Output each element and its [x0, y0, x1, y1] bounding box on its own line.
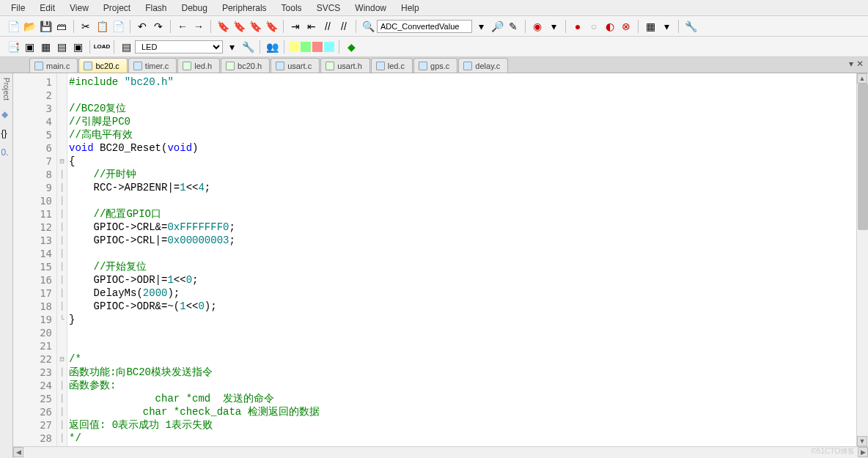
menu-window[interactable]: Window	[347, 1, 394, 15]
breakpoint-kill-icon[interactable]: ◐	[603, 19, 617, 34]
tab-bc20-h[interactable]: bc20.h	[221, 58, 270, 73]
tab-main-c[interactable]: main.c	[29, 58, 78, 73]
target-options-icon[interactable]: ▤	[119, 40, 133, 54]
file-icon	[419, 62, 427, 70]
tab-gps-c[interactable]: gps.c	[413, 58, 457, 73]
code-content[interactable]: #include "bc20.h" //BC20复位 //引脚是PC0 //高电…	[67, 73, 856, 446]
outdent-icon[interactable]: ⇤	[304, 19, 319, 34]
manage-icon[interactable]: 👥	[265, 40, 279, 54]
menu-tools[interactable]: Tools	[274, 1, 309, 15]
comment-icon[interactable]: //	[320, 19, 335, 34]
tab-menu-icon[interactable]: ▾	[849, 59, 853, 69]
stop-build-icon[interactable]: ▣	[70, 40, 85, 54]
menu-help[interactable]: Help	[394, 1, 427, 15]
main-toolbar: 📄 📂 💾 🗃 ✂ 📋 📄 ↶ ↷ ← → 🔖 🔖 🔖 🔖 ⇥ ⇤ // // …	[0, 16, 868, 37]
window-dropdown-icon[interactable]: ▾	[659, 19, 674, 34]
sb-icon-3[interactable]: 0.	[1, 147, 12, 158]
color-block-yellow[interactable]	[289, 42, 299, 52]
download-icon[interactable]: LOAD	[95, 40, 109, 54]
forward-icon[interactable]: →	[191, 19, 206, 34]
translate-icon[interactable]: 📑	[6, 40, 21, 54]
rebuild-icon[interactable]: ▦	[38, 40, 53, 54]
color-block-cyan[interactable]	[324, 42, 334, 52]
tab-delay-c[interactable]: delay.c	[458, 58, 508, 73]
search-dropdown-icon[interactable]: ▾	[474, 19, 488, 34]
undo-icon[interactable]: ↶	[135, 19, 150, 34]
tab-label: gps.c	[430, 62, 449, 70]
bookmark-next-icon[interactable]: 🔖	[248, 19, 262, 34]
sb-icon-1[interactable]: ◆	[1, 109, 12, 119]
options-icon[interactable]: 🔧	[240, 40, 255, 54]
bookmark-prev-icon[interactable]: 🔖	[232, 19, 246, 34]
back-icon[interactable]: ←	[175, 19, 190, 34]
fold-column[interactable]: ⊟│││││││││││└⊟││││││	[57, 73, 67, 446]
new-file-icon[interactable]: 📄	[6, 19, 21, 34]
copy-icon[interactable]: 📋	[95, 19, 109, 34]
menu-project[interactable]: Project	[96, 1, 138, 15]
code-editor[interactable]: 1234567891011121314151617181920212223242…	[13, 73, 868, 458]
save-icon[interactable]: 💾	[38, 19, 53, 34]
tab-timer-c[interactable]: timer.c	[128, 58, 177, 73]
cut-icon[interactable]: ✂	[78, 19, 93, 34]
find-in-files-icon[interactable]: 🔎	[490, 19, 504, 34]
tab-label: timer.c	[145, 62, 169, 70]
vertical-scrollbar[interactable]: ▲ ▼	[856, 73, 868, 446]
tab-label: delay.c	[475, 62, 500, 70]
breakpoint-icon[interactable]: ●	[570, 19, 585, 34]
tab-led-h[interactable]: led.h	[177, 58, 220, 73]
line-number-gutter: 1234567891011121314151617181920212223242…	[13, 73, 57, 446]
redo-icon[interactable]: ↷	[151, 19, 166, 34]
search-input[interactable]	[377, 20, 472, 33]
menu-file[interactable]: File	[4, 1, 32, 15]
project-panel-label[interactable]: Project	[2, 78, 10, 100]
file-icon	[376, 62, 385, 70]
debug-dropdown-icon[interactable]: ▾	[546, 19, 561, 34]
target-select[interactable]: LED	[135, 40, 223, 53]
manage-rtenv-icon[interactable]: ◆	[344, 40, 358, 54]
file-icon	[226, 62, 235, 70]
tab-led-c[interactable]: led.c	[371, 58, 413, 73]
bookmark-icon[interactable]: 🔖	[216, 19, 230, 34]
tab-usart-h[interactable]: usart.h	[320, 58, 370, 73]
tab-label: led.c	[388, 62, 405, 70]
scroll-thumb[interactable]	[858, 84, 868, 230]
menubar: FileEditViewProjectFlashDebugPeripherals…	[0, 0, 868, 16]
sb-icon-2[interactable]: {}	[1, 128, 12, 138]
scroll-up-icon[interactable]: ▲	[857, 73, 867, 84]
scroll-down-icon[interactable]: ▼	[857, 436, 867, 446]
file-icon	[463, 62, 472, 70]
color-block-red[interactable]	[312, 42, 323, 52]
bookmark-clear-icon[interactable]: 🔖	[264, 19, 279, 34]
build-icon[interactable]: ▣	[22, 40, 37, 54]
uncomment-icon[interactable]: //	[336, 19, 351, 34]
menu-debug[interactable]: Debug	[174, 1, 215, 15]
debug-config-icon[interactable]: ◉	[530, 19, 545, 34]
save-all-icon[interactable]: 🗃	[54, 19, 69, 34]
menu-view[interactable]: View	[62, 1, 96, 15]
breakpoint-disable-icon[interactable]: ○	[586, 19, 601, 34]
configure-icon[interactable]: 🔧	[683, 19, 698, 34]
tab-usart-c[interactable]: usart.c	[271, 58, 320, 73]
tab-label: bc20.h	[238, 62, 262, 70]
tab-close-icon[interactable]: ✕	[856, 59, 864, 69]
batch-build-icon[interactable]: ▤	[54, 40, 69, 54]
scroll-left-icon[interactable]: ◀	[13, 447, 23, 457]
menu-peripherals[interactable]: Peripherals	[215, 1, 274, 15]
menu-svcs[interactable]: SVCS	[309, 1, 348, 15]
find-icon[interactable]: 🔍	[361, 19, 375, 34]
color-block-green[interactable]	[301, 42, 311, 52]
menu-flash[interactable]: Flash	[138, 1, 174, 15]
main-area: Project ◆ {} 0. 123456789101112131415161…	[0, 73, 868, 458]
breakpoint-kill-all-icon[interactable]: ⊗	[619, 19, 633, 34]
tab-bc20-c[interactable]: bc20.c	[78, 58, 127, 73]
incremental-find-icon[interactable]: ✎	[506, 19, 521, 34]
scroll-right-icon[interactable]: ▶	[858, 447, 868, 457]
horizontal-scrollbar[interactable]: ◀ ▶	[13, 446, 868, 458]
paste-icon[interactable]: 📄	[111, 19, 125, 34]
menu-edit[interactable]: Edit	[32, 1, 62, 15]
editor-tabbar: main.cbc20.ctimer.cled.hbc20.husart.cusa…	[0, 57, 868, 73]
open-file-icon[interactable]: 📂	[22, 19, 37, 34]
window-icon[interactable]: ▦	[643, 19, 658, 34]
indent-icon[interactable]: ⇥	[288, 19, 303, 34]
target-dropdown-icon[interactable]: ▾	[224, 40, 239, 54]
